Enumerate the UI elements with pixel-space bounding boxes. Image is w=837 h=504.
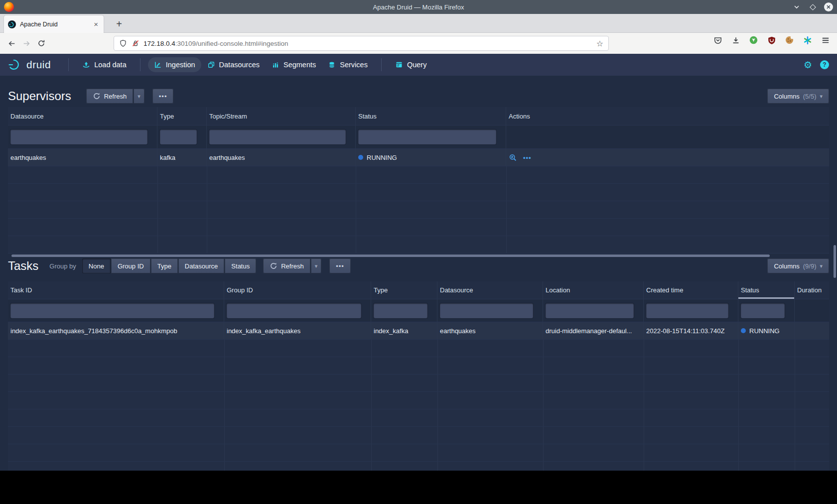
- druid-logo-icon: [8, 59, 23, 71]
- filter-input-type[interactable]: [374, 303, 427, 318]
- druid-console: druid Load data Ingestion: [0, 54, 837, 471]
- cell-status: RUNNING: [738, 322, 795, 339]
- new-tab-button[interactable]: +: [112, 17, 127, 31]
- url-text: 172.18.0.4:30109/unified-console.html#in…: [143, 40, 592, 47]
- tracking-shield-icon[interactable]: [119, 39, 127, 47]
- druid-favicon-icon: [8, 20, 16, 28]
- nav-label: Ingestion: [166, 61, 195, 69]
- supervisors-more-button[interactable]: •••: [152, 89, 174, 104]
- column-header-status[interactable]: Status: [356, 107, 506, 125]
- filter-input-group-id[interactable]: [227, 303, 361, 318]
- column-header-duration[interactable]: Duration: [795, 281, 829, 299]
- group-by-type-button[interactable]: Type: [151, 258, 178, 273]
- filter-input-task-id[interactable]: [10, 303, 214, 318]
- filter-input-topic-stream[interactable]: [209, 129, 346, 144]
- filter-input-created-time[interactable]: [646, 303, 728, 318]
- nav-item-load-data[interactable]: Load data: [76, 57, 133, 72]
- extension-asterisk-icon[interactable]: [803, 35, 812, 45]
- supervisors-refresh-caret-button[interactable]: ▾: [134, 89, 144, 104]
- button-label: Datasource: [185, 262, 218, 270]
- column-header-datasource[interactable]: Datasource: [437, 281, 543, 299]
- cell-created-time: 2022-08-15T14:11:03.740Z: [644, 322, 738, 339]
- help-icon[interactable]: ?: [820, 60, 829, 69]
- task-row[interactable]: index_kafka_earthquakes_7184357396d6c0a_…: [8, 322, 829, 340]
- nav-item-services[interactable]: Services: [322, 57, 374, 72]
- filter-input-datasource[interactable]: [10, 129, 147, 144]
- druid-brand[interactable]: druid: [8, 59, 51, 71]
- column-header-datasource[interactable]: Datasource: [8, 107, 157, 125]
- nav-item-query[interactable]: Query: [389, 57, 433, 72]
- settings-gear-icon[interactable]: ⚙: [804, 60, 812, 70]
- supervisor-row[interactable]: earthquakes kafka earthquakes RUNNING ••…: [8, 149, 829, 166]
- druid-navbar: druid Load data Ingestion: [0, 54, 837, 76]
- database-icon: [328, 61, 336, 69]
- filter-input-type[interactable]: [160, 129, 197, 144]
- ublock-shield-icon[interactable]: [767, 35, 776, 45]
- window-minimize-button[interactable]: [792, 2, 801, 11]
- menu-hamburger-icon[interactable]: [821, 35, 830, 45]
- browser-tab[interactable]: Apache Druid ×: [4, 15, 104, 33]
- window-close-button[interactable]: [824, 2, 833, 11]
- column-header-group-id[interactable]: Group ID: [224, 281, 371, 299]
- inspect-magnifier-icon[interactable]: [509, 153, 517, 162]
- vertical-scrollbar[interactable]: [834, 245, 836, 278]
- tasks-columns-button[interactable]: Columns (9/9) ▾: [767, 258, 829, 273]
- reload-button[interactable]: [34, 36, 49, 51]
- download-icon[interactable]: [731, 35, 740, 45]
- cell-text: index_kafka_earthquakes: [227, 327, 300, 335]
- column-header-topic-stream[interactable]: Topic/Stream: [207, 107, 356, 125]
- window-maximize-button[interactable]: [808, 2, 817, 11]
- cell-text: earthquakes: [209, 154, 245, 161]
- button-label: Group ID: [118, 262, 144, 270]
- group-by-status-button[interactable]: Status: [225, 258, 256, 273]
- column-header-task-id[interactable]: Task ID: [8, 281, 224, 299]
- column-header-created-time[interactable]: Created time: [644, 281, 738, 299]
- group-by-group-id-button[interactable]: Group ID: [111, 258, 150, 273]
- cookie-icon[interactable]: [785, 35, 794, 45]
- supervisors-columns-button[interactable]: Columns (5/5) ▾: [767, 89, 829, 104]
- forward-button[interactable]: [19, 36, 34, 51]
- arrow-left-icon: [7, 39, 16, 48]
- horizontal-scrollbar[interactable]: [11, 254, 770, 257]
- toolbar-extensions: [713, 35, 830, 45]
- cell-task-id: index_kafka_earthquakes_7184357396d6c0a_…: [8, 322, 224, 339]
- cell-topic-stream: earthquakes: [207, 149, 356, 166]
- group-by-datasource-button[interactable]: Datasource: [178, 258, 224, 273]
- nav-item-segments[interactable]: Segments: [266, 57, 322, 72]
- row-more-actions-icon[interactable]: •••: [523, 154, 532, 161]
- tasks-more-button[interactable]: •••: [329, 258, 351, 273]
- group-by-none-button[interactable]: None: [82, 258, 111, 273]
- cell-text: index_kafka: [374, 327, 408, 335]
- filter-input-datasource[interactable]: [440, 303, 533, 318]
- nav-item-ingestion[interactable]: Ingestion: [148, 57, 201, 72]
- bookmark-star-icon[interactable]: ☆: [596, 39, 603, 48]
- cell-actions: •••: [506, 149, 829, 166]
- header-label: Actions: [509, 113, 530, 120]
- tasks-refresh-caret-button[interactable]: ▾: [311, 258, 322, 273]
- supervisors-title: Supervisors: [8, 89, 71, 103]
- back-button[interactable]: [4, 36, 19, 51]
- column-header-type[interactable]: Type: [371, 281, 437, 299]
- column-header-location[interactable]: Location: [543, 281, 644, 299]
- supervisors-refresh-button[interactable]: Refresh: [86, 89, 134, 104]
- column-header-status-sorted[interactable]: Status: [738, 281, 795, 299]
- pocket-icon[interactable]: [713, 35, 722, 45]
- columns-count: (5/5): [803, 93, 817, 100]
- navbar-divider: [140, 58, 140, 71]
- filter-cell: [506, 126, 829, 148]
- nav-item-datasources[interactable]: Datasources: [201, 57, 266, 72]
- tasks-title: Tasks: [8, 259, 38, 273]
- insecure-lock-icon[interactable]: [132, 39, 140, 47]
- filter-input-location[interactable]: [546, 303, 634, 318]
- group-by-segmented-control: None Group ID Type Datasource Status: [82, 258, 256, 273]
- tab-close-icon[interactable]: ×: [92, 20, 100, 28]
- column-header-actions[interactable]: Actions: [506, 107, 829, 125]
- filter-input-status[interactable]: [741, 303, 785, 318]
- filter-input-status[interactable]: [358, 129, 496, 144]
- tasks-refresh-button[interactable]: Refresh: [263, 258, 310, 273]
- status-running-dot: [741, 328, 746, 333]
- url-bar[interactable]: 172.18.0.4:30109/unified-console.html#in…: [114, 36, 609, 51]
- column-header-type[interactable]: Type: [157, 107, 207, 125]
- url-path: :30109/unified-console.html#ingestion: [175, 40, 288, 47]
- privacy-badger-icon[interactable]: [749, 35, 758, 45]
